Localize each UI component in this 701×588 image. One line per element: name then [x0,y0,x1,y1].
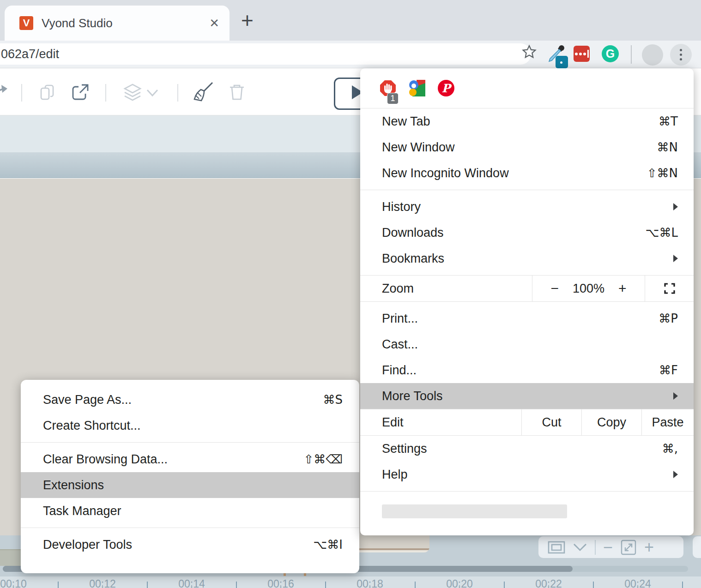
menu-item-label: History [382,200,673,214]
menu-item-bookmarks[interactable]: Bookmarks [360,246,694,271]
menu-item-cast[interactable]: Cast... [360,331,694,357]
grammarly-letter: G [606,47,615,60]
menu-item-label: Cast... [382,337,678,352]
tab-close-icon[interactable]: ✕ [209,16,219,30]
screen: V Vyond Studio ✕ + 062a7/edit G [0,0,701,588]
copy-icon[interactable] [39,83,57,102]
cut-button[interactable]: Cut [521,409,581,435]
menu-item-shortcut: ⌘N [657,140,678,154]
timeline-controls: − + [538,536,683,558]
menu-item-downloads[interactable]: Downloads ⌥⌘L [360,220,694,246]
new-tab-button[interactable]: + [241,8,254,32]
browser-tab[interactable]: V Vyond Studio ✕ [5,6,230,41]
adblock-extension-icon[interactable]: 1 [380,80,396,96]
menu-item-help[interactable]: Help [360,462,694,487]
chevron-down-icon[interactable] [146,89,159,98]
ruler-label: 00:10 [0,578,34,588]
menu-item-find[interactable]: Find... ⌘F [360,357,694,383]
copy-button[interactable]: Copy [581,409,641,435]
timeline-zoom-in-button[interactable]: + [644,539,654,556]
menu-item-label: Developer Tools [43,538,313,552]
menu-item-label: New Incognito Window [382,166,647,180]
menu-item-print[interactable]: Print... ⌘P [360,306,694,331]
menu-item-new-tab[interactable]: New Tab ⌘T [360,108,694,134]
bookmark-star-icon[interactable] [522,44,537,59]
menu-item-extensions[interactable]: Extensions [21,472,359,498]
toolbar-divider [21,84,22,102]
pinterest-extension-icon[interactable]: P [438,80,454,96]
menu-item-save-page-as[interactable]: Save Page As... ⌘S [21,387,359,413]
menu-item-label: Task Manager [43,504,343,518]
vyond-favicon-icon: V [19,16,33,30]
layers-icon[interactable] [122,83,143,102]
ruler-subtick [280,585,281,588]
paste-button[interactable]: Paste [641,409,694,435]
zoom-value: 100% [573,282,604,296]
timeline-fit-icon[interactable] [620,539,637,556]
browser-main-menu: 1 P New Tab ⌘T New Window ⌘N New Incogni… [360,68,694,535]
menu-item-shortcut: ⌘, [662,442,678,456]
menu-item-shortcut: ⌥⌘I [313,538,343,552]
menu-extensions-row: 1 P [360,68,694,108]
menu-separator [21,442,359,443]
menu-item-label: Find... [382,363,659,378]
menu-item-new-window[interactable]: New Window ⌘N [360,134,694,160]
menu-item-label: Create Shortcut... [43,419,343,433]
ruler-tick [504,582,505,588]
menu-item-developer-tools[interactable]: Developer Tools ⌥⌘I [21,532,359,558]
menu-separator [21,528,359,528]
menu-item-task-manager[interactable]: Task Manager [21,498,359,524]
menu-item-shortcut: ⇧⌘N [647,166,678,180]
submenu-arrow-icon [673,255,678,262]
edit-label: Edit [360,409,521,435]
eyedropper-badge [556,56,568,68]
submenu-arrow-icon [673,471,678,478]
menu-item-label: Save Page As... [43,393,323,407]
toolbar-divider [105,84,106,102]
menu-item-history[interactable]: History [360,194,694,220]
screen-fit-icon[interactable] [548,541,565,554]
google-extension-icon[interactable] [409,80,425,96]
menu-item-label: Bookmarks [382,252,673,266]
share-export-icon[interactable] [71,83,90,102]
menu-item-label: New Tab [382,114,659,129]
menu-item-settings[interactable]: Settings ⌘, [360,436,694,462]
menu-item-create-shortcut[interactable]: Create Shortcut... [21,413,359,438]
menu-item-clear-browsing-data[interactable]: Clear Browsing Data... ⇧⌘⌫ [21,446,359,472]
menu-item-new-incognito-window[interactable]: New Incognito Window ⇧⌘N [360,160,694,186]
timeline-zoom-out-button[interactable]: − [603,539,613,556]
browser-menu-button[interactable] [670,44,692,66]
lastpass-extension-icon[interactable] [574,46,590,62]
submenu-arrow-icon [673,392,678,400]
chevron-down-icon[interactable] [573,543,587,552]
zoom-controls: − 100% + [532,276,645,301]
ruler-tick [415,582,416,588]
ruler-subtick [459,585,460,588]
menu-separator [360,491,694,492]
zoom-out-button[interactable]: − [550,281,559,296]
profile-avatar[interactable] [642,44,663,66]
menu-item-shortcut: ⇧⌘⌫ [303,452,343,466]
menu-item-label: Print... [382,312,659,326]
fullscreen-button[interactable] [645,276,694,301]
redo-icon[interactable] [0,84,9,102]
omnibox[interactable]: 062a7/edit [0,43,531,65]
menu-footer [360,495,694,535]
ruler-tick [147,582,148,588]
clean-broom-icon[interactable] [191,81,214,104]
menu-edit-row: Edit Cut Copy Paste [360,409,694,436]
toolbar-divider [177,84,178,102]
menu-item-label: Extensions [43,478,343,492]
menu-item-label: Help [382,468,673,482]
ruler-subtick [102,585,103,588]
submenu-arrow-icon [673,203,678,210]
menu-item-shortcut: ⌘F [659,363,678,377]
menu-item-more-tools[interactable]: More Tools [360,383,694,409]
fullscreen-icon [664,282,676,294]
menu-item-shortcut: ⌥⌘L [646,226,678,240]
zoom-in-button[interactable]: + [618,281,627,296]
grammarly-extension-icon[interactable]: G [602,45,619,62]
trash-icon[interactable] [228,83,246,102]
ruler-subtick [13,585,14,588]
clipped-panel-edge [693,536,701,558]
